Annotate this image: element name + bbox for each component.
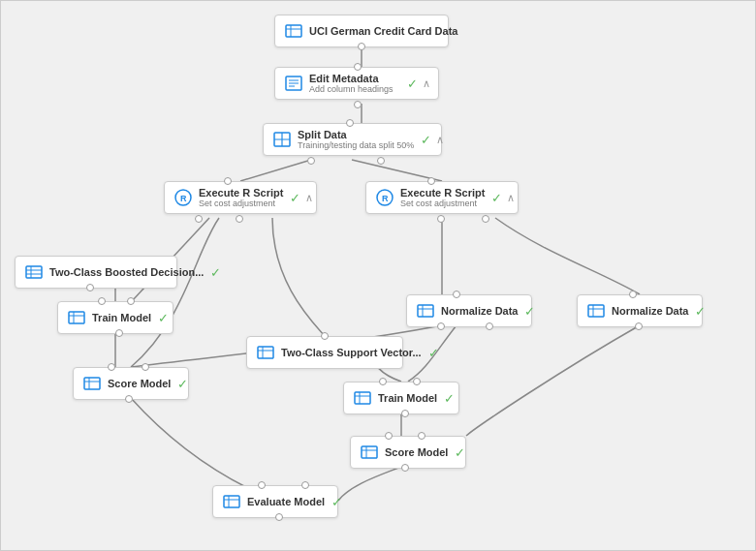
execute-r2-check: ✓ bbox=[491, 191, 502, 205]
score-model2-icon bbox=[359, 442, 380, 463]
port-train1-out bbox=[115, 329, 123, 337]
node-edit-metadata-title: Edit Metadata bbox=[309, 73, 400, 84]
svg-rect-39 bbox=[224, 496, 239, 507]
port-r2-in bbox=[427, 177, 435, 185]
train-model2-check: ✓ bbox=[444, 391, 455, 406]
svg-rect-30 bbox=[84, 378, 100, 389]
execute-r1-icon: R bbox=[173, 187, 194, 208]
port-train2-in-left bbox=[379, 378, 387, 385]
node-split-data-title: Split Data bbox=[298, 129, 414, 140]
normalize2-icon bbox=[585, 300, 607, 321]
node-edit-metadata-subtitle: Add column headings bbox=[309, 84, 400, 94]
port-norm1-in bbox=[453, 291, 460, 298]
node-train-model2-title: Train Model bbox=[378, 392, 437, 404]
execute-r2-expand[interactable]: ∧ bbox=[507, 192, 515, 204]
port-norm1-out-left bbox=[437, 322, 445, 330]
port-r1-in bbox=[224, 177, 232, 185]
node-normalize1[interactable]: Normalize Data ✓ bbox=[406, 294, 532, 327]
port-edit-in bbox=[354, 63, 362, 71]
node-normalize1-title: Normalize Data bbox=[441, 305, 518, 317]
train-model1-icon bbox=[66, 307, 87, 328]
svg-rect-27 bbox=[258, 347, 273, 358]
edit-metadata-expand[interactable]: ∧ bbox=[423, 77, 430, 90]
port-uci-out bbox=[358, 43, 365, 50]
port-score1-in-right bbox=[142, 363, 149, 371]
train-model1-check: ✓ bbox=[158, 311, 169, 325]
node-execute-r2-subtitle: Set cost adjustment bbox=[400, 199, 485, 208]
svg-rect-18 bbox=[418, 305, 433, 317]
node-score-model1-title: Score Model bbox=[108, 378, 171, 389]
split-data-icon bbox=[271, 129, 293, 150]
port-split-out-left bbox=[307, 157, 315, 165]
port-score1-out bbox=[125, 395, 133, 403]
two-class-svm-icon bbox=[255, 342, 276, 363]
svg-rect-24 bbox=[69, 312, 84, 323]
port-split-out-right bbox=[377, 157, 385, 165]
node-train-model1-title: Train Model bbox=[92, 312, 151, 323]
svg-text:R: R bbox=[180, 194, 187, 203]
node-edit-metadata[interactable]: Edit Metadata Add column headings ✓ ∧ bbox=[274, 67, 439, 100]
port-norm2-out bbox=[635, 322, 643, 330]
port-eval-in-left bbox=[258, 481, 266, 489]
split-data-expand[interactable]: ∧ bbox=[436, 134, 444, 146]
node-execute-r2[interactable]: R Execute R Script Set cost adjustment ✓… bbox=[365, 181, 519, 214]
execute-r1-check: ✓ bbox=[290, 191, 300, 205]
train-model2-icon bbox=[352, 387, 373, 409]
port-split-in bbox=[346, 119, 354, 127]
port-train2-in-right bbox=[413, 378, 421, 385]
node-score-model2[interactable]: Score Model ✓ bbox=[350, 436, 466, 469]
node-split-data[interactable]: Split Data Training/testing data split 5… bbox=[263, 123, 442, 156]
port-r2-out-right bbox=[482, 215, 489, 223]
port-score1-in-left bbox=[108, 363, 115, 371]
node-execute-r1-subtitle: Set cost adjustment bbox=[199, 199, 283, 208]
edit-metadata-icon bbox=[283, 73, 304, 94]
port-norm1-out-right bbox=[486, 322, 493, 330]
port-train1-in-left bbox=[98, 297, 106, 305]
node-two-class-svm-title: Two-Class Support Vector... bbox=[281, 347, 422, 358]
node-execute-r1-title: Execute R Script bbox=[199, 187, 283, 199]
node-uci-data-title: UCI German Credit Card Data bbox=[309, 25, 457, 37]
port-score2-in-left bbox=[385, 432, 393, 440]
svg-rect-33 bbox=[355, 392, 370, 404]
execute-r1-expand[interactable]: ∧ bbox=[305, 192, 313, 204]
score-model1-icon bbox=[81, 373, 103, 394]
node-two-class-svm[interactable]: Two-Class Support Vector... ✓ bbox=[246, 336, 403, 369]
two-class-boosted-check: ✓ bbox=[210, 265, 221, 280]
two-class-boosted-icon bbox=[23, 261, 45, 283]
node-evaluate-model-title: Evaluate Model bbox=[247, 496, 325, 507]
normalize2-check: ✓ bbox=[695, 304, 706, 319]
port-score2-in-right bbox=[418, 432, 425, 440]
port-boosted-out bbox=[86, 284, 94, 291]
node-execute-r2-title: Execute R Script bbox=[400, 187, 485, 199]
split-data-check: ✓ bbox=[421, 133, 431, 147]
node-execute-r1[interactable]: R Execute R Script Set cost adjustment ✓… bbox=[164, 181, 317, 214]
node-train-model2[interactable]: Train Model ✓ bbox=[343, 382, 459, 414]
port-eval-in-right bbox=[301, 481, 309, 489]
score-model2-check: ✓ bbox=[455, 445, 465, 460]
svg-rect-21 bbox=[588, 305, 604, 317]
node-normalize2-title: Normalize Data bbox=[612, 305, 688, 317]
node-two-class-boosted-title: Two-Class Boosted Decision... bbox=[49, 266, 204, 278]
port-edit-out bbox=[354, 101, 362, 108]
port-norm2-in bbox=[629, 291, 637, 298]
port-r1-out-right bbox=[236, 215, 243, 223]
node-score-model2-title: Score Model bbox=[385, 446, 448, 458]
execute-r2-icon: R bbox=[374, 187, 395, 208]
node-train-model1[interactable]: Train Model ✓ bbox=[57, 301, 173, 334]
normalize1-icon bbox=[415, 300, 436, 321]
dataset-icon bbox=[283, 20, 304, 42]
port-train2-out bbox=[401, 410, 409, 417]
node-evaluate-model[interactable]: Evaluate Model ✓ bbox=[212, 485, 338, 518]
port-r1-out-left bbox=[195, 215, 203, 223]
two-class-svm-check: ✓ bbox=[428, 346, 439, 360]
node-two-class-boosted[interactable]: Two-Class Boosted Decision... ✓ bbox=[15, 256, 177, 289]
port-train1-in-right bbox=[127, 297, 135, 305]
node-split-data-subtitle: Training/testing data split 50% bbox=[298, 140, 414, 150]
svg-text:R: R bbox=[382, 194, 389, 203]
workflow-canvas[interactable]: UCI German Credit Card Data Edit Metadat… bbox=[0, 0, 756, 551]
svg-rect-36 bbox=[362, 446, 377, 458]
port-score2-out bbox=[401, 464, 409, 472]
port-svm-out bbox=[321, 332, 329, 340]
port-eval-out bbox=[275, 513, 283, 521]
score-model1-check: ✓ bbox=[177, 377, 188, 391]
